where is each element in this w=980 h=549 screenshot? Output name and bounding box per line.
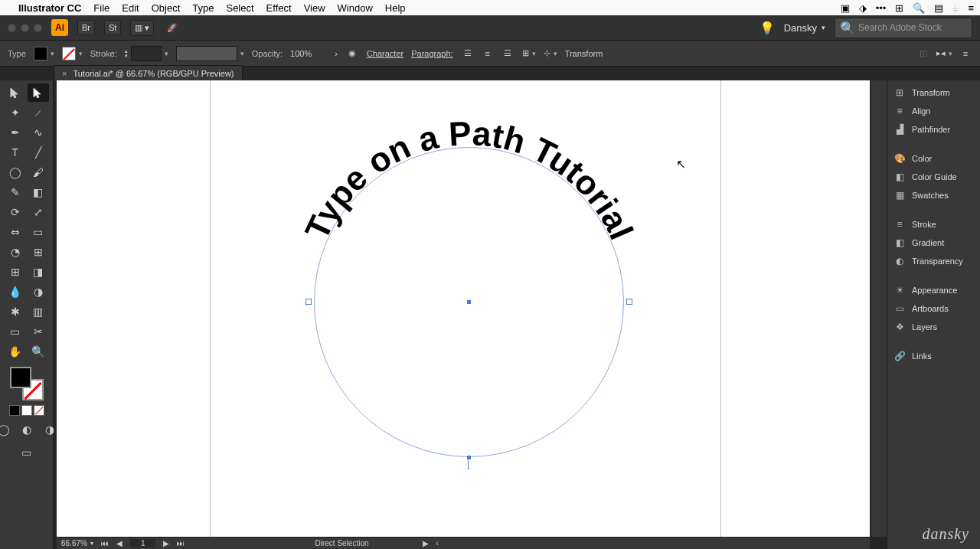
panel-align[interactable]: ≡Align [887, 102, 980, 120]
brush-definition[interactable]: ▾ [176, 46, 244, 61]
type-on-path-object[interactable]: Type on a Path Tutorial [314, 147, 624, 457]
lasso-tool[interactable]: ⟋ [28, 103, 49, 122]
menu-view[interactable]: View [304, 2, 325, 14]
panel-appearance[interactable]: ☀Appearance [887, 281, 980, 299]
symbol-sprayer-tool[interactable]: ✱ [5, 302, 26, 321]
panel-links[interactable]: 🔗Links [887, 347, 980, 365]
menu-select[interactable]: Select [226, 2, 253, 14]
notifications-icon[interactable]: ≡ [968, 2, 974, 14]
character-link[interactable]: Character [367, 49, 403, 58]
panel-stroke[interactable]: ≡Stroke [887, 215, 980, 234]
fill-indicator[interactable] [10, 367, 31, 388]
paragraph-link[interactable]: Paragraph: [411, 49, 452, 58]
eyedropper-tool[interactable]: 💧 [5, 283, 26, 301]
shape-builder-tool[interactable]: ◔ [5, 243, 26, 261]
transform-link[interactable]: Transform [565, 49, 603, 58]
arrange-documents-button[interactable]: ▥ ▾ [130, 20, 154, 36]
anchor-left[interactable] [305, 299, 312, 305]
align-left-icon[interactable]: ☰ [461, 47, 475, 60]
stroke-weight[interactable]: ▴▾▾ [125, 46, 168, 61]
bridge-button[interactable]: Br [77, 20, 95, 35]
panel-transparency[interactable]: ◐Transparency [887, 252, 980, 270]
mesh-tool[interactable]: ⊞ [5, 263, 26, 281]
status-play-icon[interactable]: ▶ [423, 539, 429, 547]
vertical-scrollbar[interactable] [871, 80, 887, 537]
menu-object[interactable]: Object [152, 2, 181, 14]
type-tool[interactable]: T [5, 143, 26, 162]
curvature-tool[interactable]: ∿ [28, 123, 49, 142]
draw-normal[interactable]: ◯ [0, 420, 15, 439]
menu-app-name[interactable]: Illustrator CC [18, 2, 81, 14]
recolor-icon[interactable]: ◉ [345, 47, 359, 60]
minimize-window[interactable] [21, 24, 29, 32]
panel-transform[interactable]: ⊞Transform [887, 83, 980, 102]
ellipse-tool[interactable]: ◯ [5, 163, 26, 181]
search-stock[interactable]: 🔍 [835, 18, 972, 38]
nav-last-icon[interactable]: ⏭ [177, 539, 185, 547]
perspective-grid-tool[interactable]: ⊞ [28, 243, 49, 261]
document-tab[interactable]: × Tutorial.ai* @ 66.67% (RGB/GPU Preview… [54, 65, 243, 80]
gradient-mode[interactable] [21, 405, 32, 416]
opacity-value[interactable]: 100% [290, 49, 312, 58]
close-tab-icon[interactable]: × [62, 69, 67, 78]
selection-mode[interactable]: ▸◂▾ [936, 48, 952, 58]
anchor-center[interactable] [467, 300, 471, 304]
panel-layers[interactable]: ❖Layers [887, 318, 980, 336]
screen-record-icon[interactable]: ▣ [841, 2, 850, 14]
gpu-button[interactable]: 🚀 [163, 21, 181, 35]
panel-color[interactable]: 🎨Color [887, 149, 980, 168]
dropbox-icon[interactable]: ⬗ [859, 2, 867, 14]
menu-window[interactable]: Window [338, 2, 373, 14]
warp-envelope[interactable]: ⊞▾ [522, 48, 536, 58]
overflow-icon[interactable]: ••• [876, 2, 887, 14]
close-window[interactable] [8, 24, 16, 32]
scale-tool[interactable]: ⤢ [28, 203, 49, 221]
anchor-right[interactable] [626, 299, 632, 305]
zoom-tool[interactable]: 🔍 [28, 342, 49, 361]
window-controls[interactable] [8, 24, 42, 32]
rotate-tool[interactable]: ⟳ [5, 203, 26, 221]
page-number[interactable]: 1 [130, 539, 156, 547]
menu-effect[interactable]: Effect [266, 2, 292, 14]
panel-menu-icon[interactable]: ≡ [959, 47, 972, 60]
selection-tool[interactable] [5, 83, 26, 102]
grid-icon[interactable]: ⊞ [895, 2, 903, 14]
none-mode[interactable] [34, 405, 44, 416]
maximize-window[interactable] [34, 24, 42, 32]
align-center-icon[interactable]: ≡ [481, 47, 495, 60]
anchor-bottom[interactable] [467, 456, 471, 459]
magic-wand-tool[interactable]: ✦ [5, 103, 26, 122]
paintbrush-tool[interactable]: 🖌 [28, 163, 49, 181]
draw-behind[interactable]: ◐ [16, 420, 38, 439]
stock-button[interactable]: St [104, 20, 121, 35]
color-mode[interactable] [9, 405, 20, 416]
nav-next-icon[interactable]: ▶ [163, 539, 169, 547]
date-icon[interactable]: ▤ [934, 2, 943, 14]
stroke-swatch[interactable]: ▾ [62, 47, 83, 60]
menu-edit[interactable]: Edit [122, 2, 139, 14]
panel-pathfinder[interactable]: ▟Pathfinder [887, 120, 980, 139]
line-tool[interactable]: ╱ [28, 143, 49, 162]
isolate-icon[interactable]: ◫ [916, 47, 930, 60]
nav-prev-icon[interactable]: ◀ [116, 539, 122, 547]
wifi-icon[interactable]: ⏚ [952, 2, 959, 14]
panel-swatches[interactable]: ▦Swatches [887, 186, 980, 204]
spotlight-icon[interactable]: 🔍 [913, 2, 925, 14]
menu-file[interactable]: File [93, 2, 109, 14]
panel-artboards[interactable]: ▭Artboards [887, 299, 980, 318]
gradient-tool[interactable]: ◨ [28, 263, 49, 281]
blend-tool[interactable]: ◑ [28, 283, 49, 301]
feedback-icon[interactable]: 💡 [760, 21, 775, 35]
canvas[interactable]: Type on a Path Tutorial ↖ [57, 80, 870, 537]
align-to[interactable]: ⊹▾ [544, 48, 557, 58]
screen-mode[interactable]: ▭ [16, 443, 38, 462]
hand-tool[interactable]: ✋ [5, 342, 26, 361]
align-right-icon[interactable]: ☰ [501, 47, 514, 60]
user-menu[interactable]: Dansky ▾ [784, 22, 825, 34]
search-stock-input[interactable] [858, 22, 967, 33]
fill-swatch[interactable]: ▾ [34, 47, 54, 60]
eraser-tool[interactable]: ◧ [28, 183, 49, 201]
status-back-icon[interactable]: ‹ [436, 539, 439, 547]
zoom-control[interactable]: 66.67% ▾ [61, 539, 93, 547]
path-bracket[interactable] [468, 460, 469, 469]
